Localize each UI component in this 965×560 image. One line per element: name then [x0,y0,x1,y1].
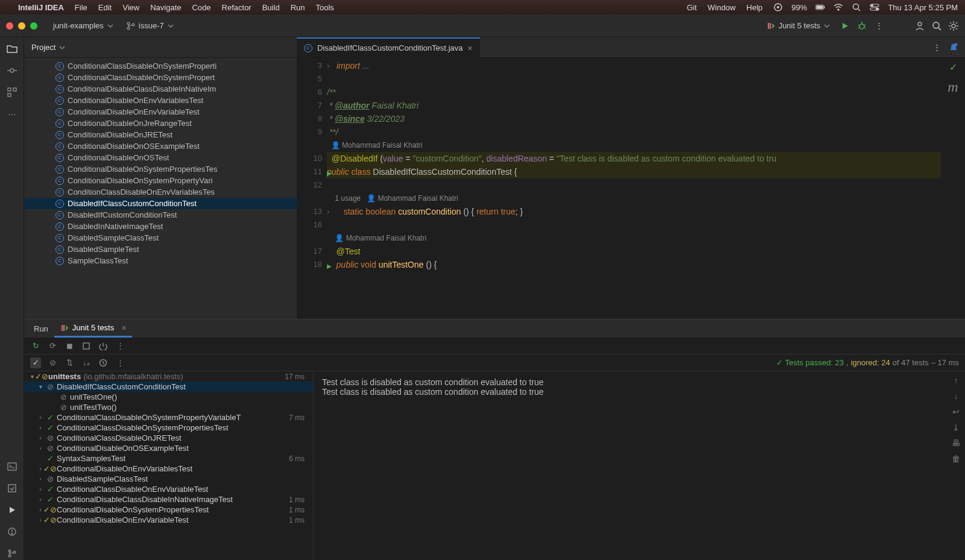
project-file[interactable]: CConditionalDisableOnJreRangeTest [24,118,297,129]
project-file[interactable]: CConditionalDisableOnOSExampleTest [24,140,297,152]
test-class[interactable]: ›⊘ConditionalClassDisableOnJRETest [24,433,313,443]
project-file[interactable]: CConditionalDisableOnSystemPropertiesTes [24,163,297,175]
project-file[interactable]: CConditionClassDisableOnEnvVariablesTes [24,186,297,198]
project-panel-header[interactable]: Project [24,37,297,58]
tests-tree[interactable]: ▾✓⊘unittests (io.github.mfaisalkhatri.te… [24,371,314,560]
close-run-tab-icon[interactable]: × [121,323,126,333]
maven-tool-icon[interactable]: m [948,79,958,95]
project-file[interactable]: CDisabledInNativeImageTest [24,221,297,232]
test-class[interactable]: ›⊘DisabledSampleClassTest [24,474,313,484]
run-button[interactable] [840,20,850,31]
commit-tool-icon[interactable] [5,64,19,77]
project-file[interactable]: CSampleClassTest [24,255,297,266]
datetime[interactable]: Thu 13 Apr 5:25 PM [888,3,958,12]
test-method[interactable]: ⊘unitTestOne() [24,392,313,402]
menu-edit[interactable]: Edit [98,3,112,12]
tab-more-icon[interactable]: ⋮ [931,42,942,53]
show-ignored-icon[interactable]: ⊘ [47,357,58,368]
test-class[interactable]: ›✓⊘ConditionalDisableOnSystemPropertiesT… [24,505,313,515]
sort-icon[interactable]: ⇅ [64,357,75,368]
debug-button[interactable] [856,20,867,31]
battery-icon[interactable] [815,2,825,12]
project-file[interactable]: CDisabledSampleTest [24,244,297,255]
test-class[interactable]: ›⊘ConditionalDisableOnOSExampleTest [24,443,313,453]
menu-build[interactable]: Build [262,3,280,12]
project-file[interactable]: CConditionalDisableOnJRETest [24,129,297,140]
exit-icon[interactable] [98,341,109,351]
editor-tab-active[interactable]: C DisabledIfClassCustomConditionTest.jav… [297,37,480,57]
show-passed-icon[interactable]: ✓ [30,357,41,368]
soft-wrap-icon[interactable]: ↩ [951,406,961,417]
menu-navigate[interactable]: Navigate [150,3,181,12]
print-icon[interactable]: 🖶 [951,438,961,448]
editor-content[interactable]: ›import ... /** * @author Faisal Khatri … [327,58,941,319]
test-class[interactable]: ›✓ConditionalClassDisableOnSystemPropert… [24,423,313,433]
project-file[interactable]: CConditionalDisableOnEnvVariableTest [24,106,297,118]
run-tab-config[interactable]: Junit 5 tests × [54,319,133,338]
scroll-up-icon[interactable]: ↑ [951,375,961,386]
menu-window[interactable]: Window [707,3,735,12]
run-gutter-icon-2[interactable]: ▶ [327,260,332,273]
screen-record-icon[interactable] [773,2,783,12]
project-file[interactable]: CConditionalDisableOnSystemPropertyVari [24,175,297,186]
minimize-window[interactable] [18,22,25,30]
spotlight-icon[interactable] [852,2,861,12]
test-root[interactable]: ▾✓⊘unittests (io.github.mfaisalkhatri.te… [24,371,313,382]
project-file[interactable]: CDisabledSampleClassTest [24,232,297,244]
control-center-icon[interactable] [870,2,879,12]
app-name[interactable]: IntelliJ IDEA [18,3,64,12]
vcs-tool-icon[interactable] [5,547,19,560]
more-filters-icon[interactable]: ⋮ [115,357,125,368]
rerun-failed-icon[interactable]: ⟳ [47,341,58,351]
notifications-icon[interactable] [948,42,959,53]
run-tab-label[interactable]: Run [28,319,54,338]
close-tab-icon[interactable]: × [467,43,472,53]
project-selector[interactable]: junit-examples [49,19,117,32]
more-icon[interactable]: ⋮ [115,341,125,351]
more-actions-icon[interactable]: ⋮ [873,20,884,31]
project-tree[interactable]: CConditionalClassDisableOnSystemProperti… [24,58,297,319]
menu-run[interactable]: Run [291,3,305,12]
test-class[interactable]: ✓SyntaxSamplesTest6 ms [24,453,313,464]
structure-tool-icon[interactable] [5,86,19,99]
run-tool-icon[interactable] [5,503,19,517]
project-file[interactable]: CConditionalClassDisableOnSystemPropert [24,72,297,83]
account-icon[interactable] [914,20,925,31]
test-class[interactable]: ›✓ConditionalClassDisableOnEnvVariableTe… [24,484,313,494]
clear-icon[interactable]: 🗑 [951,453,961,464]
test-class[interactable]: ›✓ConditionalDisableClassDisableInNative… [24,494,313,505]
project-file[interactable]: CDisabledIfCustomConditionTest [24,209,297,221]
project-file[interactable]: CDisabledIfClassCustomConditionTest [24,198,297,209]
history-icon[interactable] [98,357,109,368]
menu-git[interactable]: Git [687,3,697,12]
project-file[interactable]: CConditionalClassDisableOnSystemProperti [24,60,297,72]
menu-code[interactable]: Code [192,3,210,12]
search-everywhere-icon[interactable] [931,20,942,31]
test-console[interactable]: Test class is disabled as custom conditi… [314,371,965,560]
menu-tools[interactable]: Tools [315,3,334,12]
test-class[interactable]: ›✓ConditionalClassDisableOnSystemPropert… [24,412,313,423]
test-class[interactable]: ›✓⊘ConditionalDisableOnEnvVariableTest1 … [24,515,313,525]
project-file[interactable]: CConditionalDisableOnEnvVariablesTest [24,95,297,106]
menu-file[interactable]: File [75,3,87,12]
wifi-icon[interactable] [834,2,843,12]
zoom-window[interactable] [30,22,37,30]
project-file[interactable]: CConditionalDisableClassDisableInNativeI… [24,83,297,95]
inspection-ok-icon[interactable]: ✓ [949,61,957,73]
build-tool-icon[interactable] [5,482,19,495]
menu-refactor[interactable]: Refactor [222,3,252,12]
test-class[interactable]: ›✓⊘ConditionalDisableOnEnvVariablesTest [24,464,313,474]
git-branch[interactable]: issue-7 [123,19,177,32]
sort-alpha-icon[interactable]: ↓ₐ [81,357,92,368]
scroll-down-icon[interactable]: ↓ [951,391,961,401]
scroll-to-end-icon[interactable]: ⤓ [951,422,961,433]
run-gutter-icon[interactable]: ▶ [327,167,332,180]
project-tool-icon[interactable] [5,42,19,55]
terminal-tool-icon[interactable] [5,460,19,473]
close-window[interactable] [6,22,13,30]
problems-tool-icon[interactable] [5,525,19,538]
settings-icon[interactable] [948,20,959,31]
menu-help[interactable]: Help [747,3,763,12]
more-tool-icon[interactable]: ⋯ [5,107,19,121]
dump-icon[interactable] [81,341,92,351]
